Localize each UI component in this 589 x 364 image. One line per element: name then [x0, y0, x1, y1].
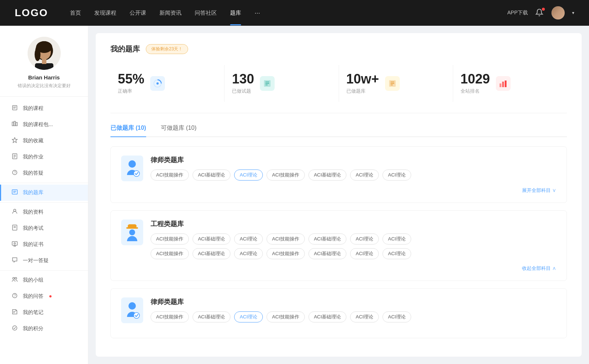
qbank-tag[interactable]: ACI基础理论 [308, 311, 347, 322]
qbank-tag[interactable]: ACI技能操作 [267, 248, 305, 259]
qbank-tag[interactable]: ACI技能操作 [151, 169, 189, 181]
sidebar-item-myexam[interactable]: 我的考试 [0, 220, 88, 236]
svg-point-48 [128, 160, 136, 168]
notes-icon [11, 309, 18, 316]
qbank-tag[interactable]: ACI理论 [382, 233, 411, 245]
svg-rect-11 [14, 121, 15, 126]
sidebar-item-certificate[interactable]: 我的证书 [0, 236, 88, 253]
sidebar-item-mypoints[interactable]: 我的积分 [0, 321, 88, 337]
qbank-tag[interactable]: ACI技能操作 [151, 248, 189, 259]
avatar[interactable] [551, 6, 565, 19]
qbank-tag[interactable]: ACI技能操作 [151, 233, 189, 245]
qbank-tag[interactable]: ACI基础理论 [193, 311, 231, 322]
qbank-card-lawyer2: 律师类题库 ACI技能操作 ACI基础理论 ACI理论 ACI技能操作 ACI基… [110, 288, 567, 338]
collapse-button[interactable]: 收起全部科目 ∧ [522, 265, 556, 272]
notification-bell[interactable] [535, 8, 544, 17]
svg-rect-47 [505, 81, 507, 87]
nav-questionbank[interactable]: 题库 [230, 10, 241, 17]
qbank-tags-row1: ACI技能操作 ACI基础理论 ACI理论 ACI技能操作 ACI基础理论 AC… [151, 233, 556, 245]
stat-card-banks: 10w+ 已做题库 [339, 65, 453, 102]
qbank-footer: 收起全部科目 ∧ [121, 265, 556, 272]
sidebar-label: 我的问答 [23, 293, 43, 300]
qbank-tag[interactable]: ACI技能操作 [151, 311, 189, 322]
sidebar-item-myprofile[interactable]: 我的资料 [0, 204, 88, 220]
notification-dot [542, 8, 545, 11]
stat-card-done: 130 已做试题 [225, 65, 339, 102]
stat-info: 130 已做试题 [232, 72, 254, 94]
sidebar-motto: 错误的决定比没有决定要好 [18, 83, 71, 89]
sidebar: Brian Harris 错误的决定比没有决定要好 我的课程 我的课程包... [0, 26, 88, 364]
qbank-tag[interactable]: ACI基础理论 [308, 248, 347, 259]
app-download-button[interactable]: APP下载 [507, 10, 528, 16]
svg-marker-13 [12, 138, 17, 143]
qbank-tag-active[interactable]: ACI理论 [234, 169, 263, 181]
qbank-tag[interactable]: ACI理论 [382, 248, 411, 259]
svg-text:?: ? [14, 171, 16, 175]
navbar: LOGO 首页 发现课程 公开课 新闻资讯 问答社区 题库 ··· APP下载 … [0, 0, 589, 26]
divider [0, 202, 88, 203]
stat-label-banks: 已做题库 [346, 88, 379, 94]
done-banks-icon [385, 76, 400, 91]
nav-opencourse[interactable]: 公开课 [130, 10, 146, 17]
qbank-tag[interactable]: ACI技能操作 [267, 311, 305, 322]
sidebar-item-myquestion[interactable]: ? 我的问答 [0, 288, 88, 304]
qbank-tag-active[interactable]: ACI理论 [234, 311, 263, 322]
qbank-tag[interactable]: ACI技能操作 [267, 233, 305, 245]
qbank-card-engineer: 工程类题库 ACI技能操作 ACI基础理论 ACI理论 ACI技能操作 ACI基… [110, 210, 567, 281]
qbank-tag[interactable]: ACI理论 [350, 233, 379, 245]
qbank-tag[interactable]: ACI基础理论 [193, 233, 231, 245]
qbank-tag[interactable]: ACI理论 [382, 311, 411, 322]
sidebar-label: 我的积分 [23, 325, 43, 332]
qbank-tag[interactable]: ACI理论 [234, 248, 263, 259]
svg-rect-27 [12, 242, 17, 245]
qbank-tag[interactable]: ACI基础理论 [193, 248, 231, 259]
svg-point-53 [128, 302, 136, 310]
qbank-tag[interactable]: ACI基础理论 [308, 233, 347, 245]
sidebar-item-homework[interactable]: 我的作业 [0, 149, 88, 165]
nav-discover[interactable]: 发现课程 [94, 10, 116, 17]
svg-point-29 [13, 278, 15, 279]
tab-available-banks[interactable]: 可做题库 (10) [161, 124, 197, 136]
sidebar-item-1on1qa[interactable]: 一对一答疑 [0, 253, 88, 269]
nav-qa[interactable]: 问答社区 [195, 10, 217, 17]
chevron-down-icon[interactable]: ▾ [572, 10, 574, 15]
sidebar-item-mynotes[interactable]: 我的笔记 [0, 304, 88, 321]
nav-more[interactable]: ··· [254, 9, 260, 17]
sidebar-item-mygroup[interactable]: 我的小组 [0, 272, 88, 288]
stat-card-rank: 1029 全站排名 [453, 65, 567, 102]
qbank-tag[interactable]: ACI理论 [350, 169, 379, 181]
stat-label-done: 已做试题 [232, 88, 254, 94]
sidebar-item-mycourse[interactable]: 我的课程 [0, 100, 88, 117]
nav-home[interactable]: 首页 [70, 10, 81, 17]
course-icon [11, 105, 18, 112]
tabs-row: 已做题库 (10) 可做题库 (10) [110, 124, 567, 137]
sidebar-username: Brian Harris [28, 74, 60, 81]
tab-done-banks[interactable]: 已做题库 (10) [110, 124, 146, 136]
qbank-icon-engineer [121, 220, 143, 245]
qbank-tag[interactable]: ACI理论 [350, 248, 379, 259]
logo: LOGO [15, 7, 48, 19]
svg-point-4 [35, 48, 40, 61]
qbank-tag[interactable]: ACI理论 [234, 233, 263, 245]
qbank-tag[interactable]: ACI基础理论 [193, 169, 231, 181]
qbank-tag[interactable]: ACI理论 [350, 311, 379, 322]
navbar-right: APP下载 ▾ [507, 6, 574, 19]
avatar-image [551, 6, 565, 19]
sidebar-label: 我的作业 [23, 154, 43, 160]
divider [0, 270, 88, 271]
page-header: 我的题库 体验剩余23天！ [110, 44, 567, 54]
sidebar-label: 我的答疑 [23, 170, 43, 176]
sidebar-item-myqa[interactable]: ? 我的答疑 [0, 165, 88, 181]
stat-value-accuracy: 55% [118, 72, 144, 86]
sidebar-item-questionbank[interactable]: 我的题库 [0, 185, 88, 201]
qbank-tag[interactable]: ACI技能操作 [267, 169, 305, 181]
coursepack-icon [11, 121, 18, 128]
sidebar-item-favorites[interactable]: 我的收藏 [0, 133, 88, 149]
expand-button[interactable]: 展开全部科目 ∨ [522, 187, 556, 194]
nav-news[interactable]: 新闻资讯 [159, 10, 181, 17]
qbank-tag[interactable]: ACI基础理论 [308, 169, 347, 181]
qbank-body: 律师类题库 ACI技能操作 ACI基础理论 ACI理论 ACI技能操作 ACI基… [151, 156, 556, 181]
qbank-tag[interactable]: ACI理论 [382, 169, 411, 181]
sidebar-item-coursepack[interactable]: 我的课程包... [0, 117, 88, 133]
main-content: 我的题库 体验剩余23天！ 55% 正确率 [96, 33, 582, 357]
